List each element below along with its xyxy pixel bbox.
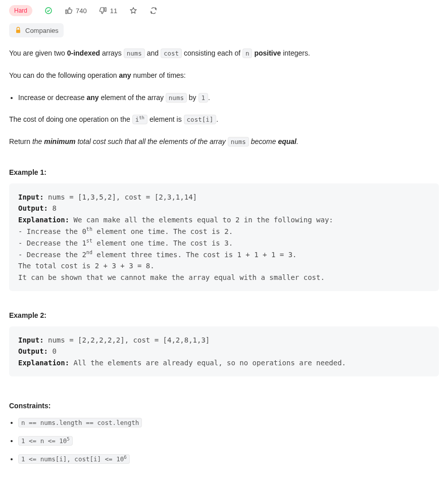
like-button[interactable]: 740 [65, 7, 87, 15]
constraints-heading: Constraints: [9, 402, 439, 410]
companies-tag[interactable]: Companies [9, 23, 64, 37]
like-count: 740 [76, 7, 87, 15]
share-button[interactable] [150, 7, 158, 15]
example-2-block: Input: nums = [2,2,2,2,2], cost = [4,2,8… [9, 326, 439, 376]
list-item: 1 <= n <= 105 [18, 435, 439, 447]
desc-p4: Return the minimum total cost such that … [9, 136, 439, 148]
desc-op-list: Increase or decrease any element of the … [9, 92, 439, 104]
difficulty-badge: Hard [9, 5, 32, 16]
problem-meta-row: Hard 740 11 [9, 5, 439, 16]
solved-icon [44, 7, 53, 15]
desc-p3: The cost of doing one operation on the i… [9, 114, 439, 126]
list-item: 1 <= nums[i], cost[i] <= 106 [18, 453, 439, 465]
companies-label: Companies [25, 27, 59, 34]
code-n: n [242, 49, 253, 58]
example-1-heading: Example 1: [9, 168, 439, 176]
favorite-button[interactable] [129, 7, 137, 15]
example-2-heading: Example 2: [9, 311, 439, 319]
example-1-block: Input: nums = [1,3,5,2], cost = [2,3,1,1… [9, 183, 439, 291]
code-cost: cost [161, 49, 182, 58]
list-item: Increase or decrease any element of the … [18, 92, 439, 104]
desc-p1: You are given two 0-indexed arrays nums … [9, 47, 439, 60]
dislike-button[interactable]: 11 [99, 7, 117, 15]
lock-icon [14, 26, 22, 34]
constraints-list: n == nums.length == cost.length 1 <= n <… [9, 417, 439, 465]
list-item: n == nums.length == cost.length [18, 417, 439, 429]
code-nums: nums [124, 49, 145, 58]
desc-p2: You can do the following operation any n… [9, 70, 439, 82]
dislike-count: 11 [110, 7, 117, 15]
problem-description: You are given two 0-indexed arrays nums … [9, 47, 439, 465]
svg-rect-1 [16, 30, 20, 33]
